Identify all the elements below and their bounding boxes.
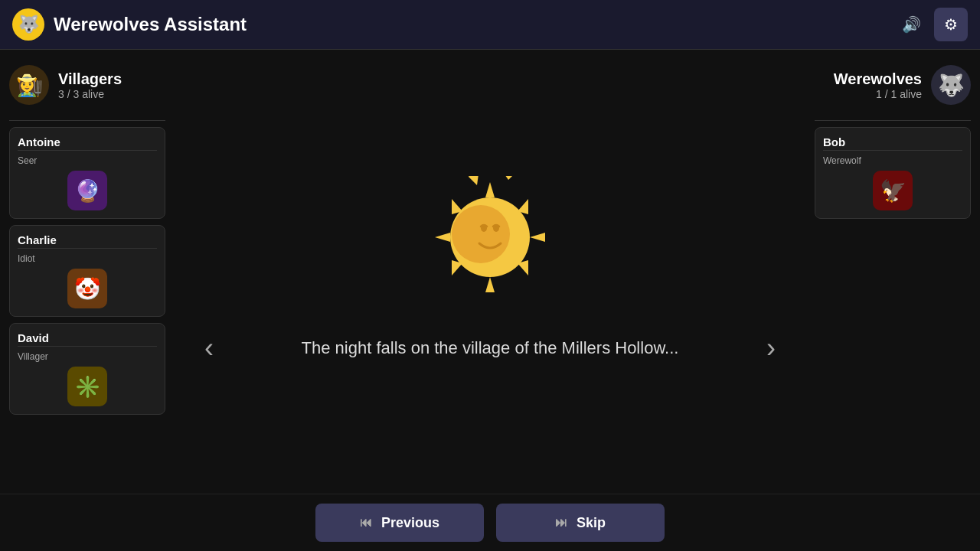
- player-card-david: David Villager ✳️: [9, 323, 165, 415]
- werewolves-header: Werewolves 1 / 1 alive 🐺: [815, 59, 971, 111]
- player-icon-antoine: 🔮: [67, 171, 107, 210]
- player-icon-david: ✳️: [67, 367, 107, 406]
- sun-illustration: [429, 176, 551, 298]
- skip-icon: ⏭: [555, 516, 567, 530]
- villagers-avatar: 👩‍🌾: [9, 65, 49, 105]
- right-sidebar: Werewolves 1 / 1 alive 🐺 Bob Werewolf 🦅: [805, 50, 980, 494]
- skip-label: Skip: [577, 515, 606, 531]
- story-navigation: › The night falls on the village of the …: [190, 329, 790, 367]
- player-card-antoine: Antoine Seer 🔮: [9, 127, 165, 219]
- player-role: Werewolf: [823, 155, 861, 166]
- svg-marker-4: [469, 176, 486, 185]
- next-arrow-icon: ›: [766, 332, 776, 364]
- player-name: Bob: [823, 135, 845, 148]
- center-panel: › The night falls on the village of the …: [175, 50, 805, 494]
- header-left: 🐺 Werewolves Assistant: [12, 8, 247, 41]
- volume-icon: 🔊: [902, 15, 921, 34]
- villagers-count: 3 / 3 alive: [58, 88, 122, 100]
- role-divider: [18, 150, 157, 151]
- player-role: Villager: [18, 351, 48, 362]
- player-icon-charlie: 🤡: [67, 269, 107, 308]
- settings-button[interactable]: ⚙: [934, 8, 968, 41]
- werewolves-emoji: 🐺: [938, 73, 965, 98]
- previous-icon: ⏮: [360, 516, 372, 530]
- villagers-divider: [9, 120, 165, 121]
- previous-button[interactable]: ⏮ Previous: [315, 504, 484, 542]
- story-text: The night falls on the village of the Mi…: [243, 338, 737, 358]
- prev-arrow-icon: ›: [204, 332, 214, 364]
- villagers-info: Villagers 3 / 3 alive: [58, 70, 122, 100]
- prev-arrow-button[interactable]: ›: [190, 329, 228, 367]
- player-role: Seer: [18, 155, 37, 166]
- svg-marker-1: [485, 277, 495, 292]
- player-icon-bob: 🦅: [873, 171, 913, 210]
- werewolves-label: Werewolves: [834, 70, 922, 88]
- app-logo: 🐺: [12, 8, 44, 41]
- role-divider: [18, 346, 157, 347]
- main-content: 👩‍🌾 Villagers 3 / 3 alive Antoine Seer 🔮…: [0, 50, 980, 494]
- volume-button[interactable]: 🔊: [894, 8, 928, 41]
- player-role: Idiot: [18, 253, 35, 264]
- player-name: Antoine: [18, 135, 60, 148]
- logo-icon: 🐺: [18, 15, 39, 34]
- previous-label: Previous: [381, 515, 439, 531]
- bottom-bar: ⏮ Previous ⏭ Skip: [0, 494, 980, 551]
- villagers-label: Villagers: [58, 70, 122, 88]
- werewolves-divider: [815, 120, 971, 121]
- svg-point-11: [452, 205, 510, 263]
- player-card-bob: Bob Werewolf 🦅: [815, 127, 971, 219]
- player-name: David: [18, 331, 49, 344]
- werewolves-count: 1 / 1 alive: [834, 88, 922, 100]
- role-divider: [18, 248, 157, 249]
- role-divider: [823, 150, 962, 151]
- svg-marker-2: [435, 233, 450, 242]
- player-name: Charlie: [18, 233, 57, 246]
- svg-marker-0: [485, 182, 495, 197]
- villagers-emoji: 👩‍🌾: [16, 73, 43, 98]
- next-arrow-button[interactable]: ›: [752, 329, 790, 367]
- left-sidebar: 👩‍🌾 Villagers 3 / 3 alive Antoine Seer 🔮…: [0, 50, 175, 494]
- skip-button[interactable]: ⏭ Skip: [496, 504, 665, 542]
- app-title: Werewolves Assistant: [54, 14, 247, 35]
- werewolves-info: Werewolves 1 / 1 alive: [834, 70, 922, 100]
- svg-marker-5: [499, 176, 517, 180]
- werewolves-avatar: 🐺: [931, 65, 971, 105]
- header-right: 🔊 ⚙: [894, 8, 968, 41]
- settings-icon: ⚙: [944, 15, 958, 34]
- svg-marker-3: [530, 233, 545, 242]
- player-card-charlie: Charlie Idiot 🤡: [9, 225, 165, 317]
- villagers-header: 👩‍🌾 Villagers 3 / 3 alive: [9, 59, 165, 111]
- app-header: 🐺 Werewolves Assistant 🔊 ⚙: [0, 0, 980, 50]
